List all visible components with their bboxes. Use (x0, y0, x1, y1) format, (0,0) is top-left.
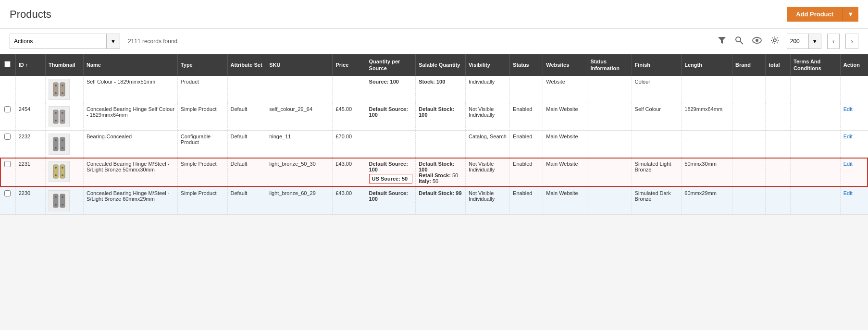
row-name: Concealed Bearing Hinge M/Steel - S/Ligh… (84, 158, 178, 187)
row-visibility: Not Visible Individually (465, 158, 509, 187)
salable-line: Default Stock: 100 (419, 106, 462, 118)
svg-point-11 (62, 92, 63, 94)
row-finish (632, 130, 682, 158)
row-total (766, 130, 791, 158)
qty-line: Default Source: 100 (369, 161, 413, 172)
row-qty-per-source (366, 130, 416, 158)
actions-select[interactable]: Actions (10, 36, 106, 47)
th-finish[interactable]: Finish (632, 54, 682, 76)
salable-line: Stock: 100 (419, 79, 462, 85)
table-row: 2232Bearing-ConcealedConfigurable Produc… (0, 130, 868, 158)
search-icon-button[interactable] (733, 34, 745, 49)
salable-line: Default Stock: 100 (419, 161, 462, 172)
row-visibility: Not Visible Individually (465, 103, 509, 130)
th-sku[interactable]: SKU (266, 54, 333, 76)
edit-link[interactable]: Edit (843, 134, 853, 139)
row-websites: Main Website (543, 130, 587, 158)
svg-point-14 (55, 112, 57, 114)
th-length[interactable]: Length (682, 54, 732, 76)
row-checkbox-cell (0, 187, 15, 214)
row-sku: self_colour_29_64 (266, 103, 333, 130)
th-visibility[interactable]: Visibility (465, 54, 509, 76)
row-name: Concealed Bearing Hinge Self Colour - 18… (84, 103, 178, 130)
actions-dropdown-btn[interactable]: ▼ (106, 34, 120, 49)
eye-icon-button[interactable] (750, 35, 764, 48)
row-sku: hinge_11 (266, 130, 333, 158)
next-page-button[interactable]: › (845, 34, 858, 49)
svg-point-22 (62, 139, 63, 141)
row-checkbox[interactable] (4, 190, 11, 196)
thumbnail-image (49, 161, 70, 182)
row-terms (791, 158, 841, 187)
add-product-button[interactable]: Add Product (787, 7, 843, 22)
th-websites[interactable]: Websites (543, 54, 587, 76)
row-price: £45.00 (333, 103, 366, 130)
row-finish: Self Colour (632, 103, 682, 130)
row-sku (266, 76, 333, 103)
row-length (682, 76, 732, 103)
row-thumbnail (45, 158, 83, 187)
row-attribute-set: Default (227, 103, 266, 130)
row-websites: Main Website (543, 158, 587, 187)
row-thumbnail (45, 130, 83, 158)
row-salable-quantity: Stock: 100 (416, 76, 466, 103)
prev-page-button[interactable]: ‹ (827, 34, 840, 49)
th-status-information[interactable]: Status Information (587, 54, 632, 76)
th-id[interactable]: ID ↑ (15, 54, 45, 76)
table-row: 2231Concealed Bearing Hinge M/Steel - S/… (0, 158, 868, 187)
th-total[interactable]: total (766, 54, 791, 76)
svg-line-2 (740, 41, 743, 44)
th-terms-and-conditions[interactable]: Terms And Conditions (791, 54, 841, 76)
edit-link[interactable]: Edit (843, 161, 853, 167)
th-attribute-set[interactable]: Attribute Set (227, 54, 266, 76)
select-all-checkbox[interactable] (4, 61, 11, 67)
qty-boxed-line: US Source: 50 (369, 174, 413, 183)
add-product-dropdown-button[interactable]: ▼ (843, 7, 858, 22)
th-price[interactable]: Price (333, 54, 366, 76)
th-salable-quantity[interactable]: Salable Quantity (416, 54, 466, 76)
row-qty-per-source: Default Source: 100US Source: 50 (366, 158, 416, 187)
svg-point-32 (55, 196, 57, 198)
row-status-info (587, 103, 632, 130)
salable-extra-line: Retail Stock: 50 (419, 172, 462, 178)
th-type[interactable]: Type (177, 54, 227, 76)
th-action: Action (840, 54, 868, 76)
row-terms (791, 187, 841, 214)
th-status[interactable]: Status (510, 54, 543, 76)
row-type: Simple Product (177, 103, 227, 130)
svg-point-28 (62, 167, 63, 169)
toolbar-icons (716, 34, 781, 49)
filter-icon-button[interactable] (716, 34, 728, 49)
row-qty-per-source: Source: 100 (366, 76, 416, 103)
row-checkbox[interactable] (4, 161, 11, 167)
row-checkbox-cell (0, 76, 15, 103)
row-id: 2454 (15, 103, 45, 130)
per-page-select[interactable]: 200 (787, 36, 808, 47)
row-checkbox[interactable] (4, 134, 11, 140)
per-page-dropdown-btn[interactable]: ▼ (808, 34, 821, 49)
th-qty-per-source[interactable]: Quantity per Source (366, 54, 416, 76)
thumbnail-image (49, 134, 70, 155)
row-checkbox[interactable] (4, 106, 11, 112)
row-total (766, 158, 791, 187)
per-page-wrap: 200 ▼ (787, 34, 821, 49)
row-type: Simple Product (177, 158, 227, 187)
svg-point-8 (55, 85, 57, 86)
th-name[interactable]: Name (84, 54, 178, 76)
row-id: 2230 (15, 187, 45, 214)
salable-extra-line: Italy: 50 (419, 178, 462, 184)
edit-link[interactable]: Edit (843, 190, 853, 196)
row-price (333, 76, 366, 103)
th-brand[interactable]: Brand (732, 54, 766, 76)
records-count: 2111 records found (128, 38, 177, 45)
edit-link[interactable]: Edit (843, 106, 853, 112)
row-price: £43.00 (333, 187, 366, 214)
row-salable-quantity: Default Stock: 100 (416, 103, 466, 130)
row-attribute-set: Default (227, 187, 266, 214)
row-attribute-set: Default (227, 158, 266, 187)
svg-point-29 (62, 174, 63, 176)
row-finish: Simulated Light Bronze (632, 158, 682, 187)
row-length: 1829mmx64mm (682, 103, 732, 130)
row-sku: light_bronze_50_30 (266, 158, 333, 187)
gear-icon-button[interactable] (769, 34, 781, 49)
